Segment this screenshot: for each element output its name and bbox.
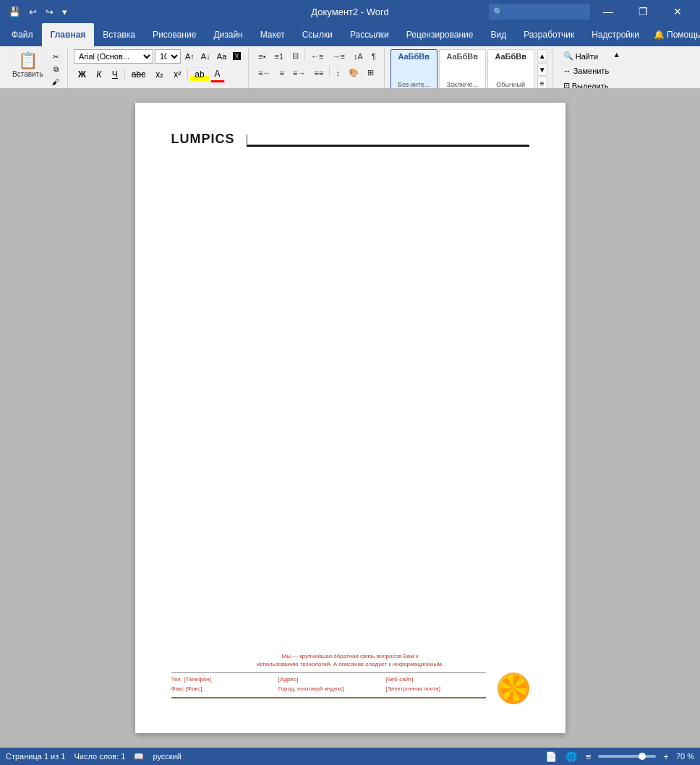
redo-button[interactable]: ↪: [43, 5, 56, 19]
clipboard-sub: ✂ ⧉ 🖌: [49, 50, 62, 87]
zoom-slider[interactable]: [598, 755, 656, 758]
collapse-ribbon-button[interactable]: ▲: [610, 49, 623, 60]
copy-button[interactable]: ⧉: [49, 64, 62, 75]
italic-button[interactable]: К: [92, 67, 106, 82]
view-web-button[interactable]: 🌐: [564, 751, 579, 762]
close-button[interactable]: ✕: [661, 0, 694, 23]
bullet-list-button[interactable]: ≡•: [255, 49, 269, 63]
find-icon: 🔍: [563, 51, 573, 61]
styles-scroll-down[interactable]: ▼: [537, 63, 547, 76]
footer-tagline: Мы — крупнейшая обратная связь вопросов …: [171, 652, 529, 668]
font-size-select[interactable]: 10: [155, 49, 181, 64]
footer-col-address: [Адрес] Город, почтовый индекс]: [278, 675, 378, 694]
align-center-button[interactable]: ≡: [276, 66, 288, 80]
style-label-0: Без инте...: [398, 81, 430, 88]
align-right-button[interactable]: ≡→: [289, 66, 309, 80]
format-separator-2: [187, 69, 188, 80]
format-separator: [124, 69, 125, 80]
align-left-button[interactable]: ≡←: [255, 66, 274, 80]
paste-button[interactable]: 📋 Вставить: [7, 49, 48, 80]
header-divider: [247, 145, 529, 147]
status-right: 📄 🌐 ≡ + 70 %: [544, 751, 694, 762]
page-info: Страница 1 из 1: [6, 752, 65, 761]
doc-header: LUMPICS: [171, 132, 529, 147]
multilevel-list-button[interactable]: ⊟: [289, 49, 302, 63]
text-highlight-button[interactable]: ab: [190, 67, 208, 82]
tab-view[interactable]: Вид: [482, 23, 515, 46]
decrease-indent-button[interactable]: ←≡: [307, 49, 327, 63]
tab-developer[interactable]: Разработчик: [515, 23, 583, 46]
orange-icon: [498, 672, 529, 704]
clear-format-button[interactable]: 🆇: [230, 51, 244, 62]
cut-button[interactable]: ✂: [49, 51, 62, 62]
ribbon-right-controls: 🔔 Помощь 👤 💬: [648, 28, 700, 42]
title-bar-left: 💾 ↩ ↪ ▾: [6, 5, 70, 19]
tab-insert[interactable]: Вставка: [94, 23, 144, 46]
show-formatting-button[interactable]: ¶: [368, 49, 380, 63]
view-outline-button[interactable]: ≡: [584, 751, 593, 762]
subscript-button[interactable]: x₂: [151, 67, 168, 82]
orange-inner: [500, 675, 526, 701]
styles-scroll-up[interactable]: ▲: [537, 49, 547, 62]
title-bar: 💾 ↩ ↪ ▾ Документ2 - Word 🔍 — ❐ ✕: [0, 0, 700, 23]
document-area[interactable]: LUMPICS Мы — крупнейшая обратная связь в…: [0, 88, 700, 748]
font-color-button[interactable]: А: [210, 67, 225, 82]
quick-access-toolbar: 💾 ↩ ↪ ▾: [6, 5, 70, 19]
footer-info: Тел. [Телефон] Факс [Факс] [Адрес] Город…: [171, 672, 486, 698]
zoom-thumb[interactable]: [639, 753, 646, 760]
tab-design[interactable]: Дизайн: [205, 23, 251, 46]
paste-icon: 📋: [18, 51, 38, 70]
tab-draw[interactable]: Рисование: [144, 23, 205, 46]
bold-button[interactable]: Ж: [74, 67, 90, 82]
format-painter-button[interactable]: 🖌: [49, 77, 62, 87]
replace-button[interactable]: ↔ Заменить: [558, 64, 614, 77]
quick-more-button[interactable]: ▾: [59, 5, 70, 19]
increase-indent-button[interactable]: →≡: [329, 49, 349, 63]
style-item-2[interactable]: АаБбВв Обычный: [487, 49, 534, 91]
help-button[interactable]: 🔔 Помощь: [648, 30, 700, 40]
help-icon: 🔔: [654, 30, 665, 40]
proofing-icon: 📖: [134, 752, 144, 761]
tab-references[interactable]: Ссылки: [294, 23, 341, 46]
minimize-button[interactable]: —: [592, 0, 625, 23]
tab-home[interactable]: Главная: [42, 23, 95, 46]
tab-layout[interactable]: Макет: [252, 23, 294, 46]
justify-button[interactable]: ≡≡: [311, 66, 328, 80]
language: русский: [153, 752, 181, 761]
save-button[interactable]: 💾: [6, 5, 23, 19]
style-item-0[interactable]: АаБбВв Без инте...: [390, 49, 438, 91]
undo-button[interactable]: ↩: [26, 5, 40, 19]
word-count: Число слов: 1: [74, 752, 125, 761]
tab-mailings[interactable]: Рассылки: [341, 23, 398, 46]
style-item-1[interactable]: АаБбВв Заключе...: [439, 49, 486, 91]
sort-button[interactable]: ↕A: [350, 49, 367, 63]
zoom-in-button[interactable]: +: [662, 751, 670, 762]
header-line-container: [247, 134, 529, 147]
line-spacing-button[interactable]: ↕: [332, 66, 343, 80]
font-name-select[interactable]: Arial (Основ...: [74, 49, 153, 64]
search-bar[interactable]: 🔍: [489, 4, 590, 20]
footer-col-web: [Веб-сайт] [Электронная почта]: [385, 675, 485, 694]
underline-button[interactable]: Ч: [108, 67, 122, 82]
decrease-font-button[interactable]: A↓: [198, 51, 213, 62]
footer-orange-logo: [486, 672, 529, 704]
change-case-button[interactable]: Аа: [214, 51, 230, 62]
superscript-button[interactable]: x²: [169, 67, 185, 82]
find-button[interactable]: 🔍 Найти: [558, 49, 603, 63]
tab-file[interactable]: Файл: [3, 23, 42, 46]
document-body[interactable]: [171, 150, 529, 620]
strikethrough-button[interactable]: abc: [127, 67, 150, 82]
document-page: LUMPICS Мы — крупнейшая обратная связь в…: [135, 103, 565, 733]
zoom-level: 70 %: [676, 752, 694, 761]
border-button[interactable]: ⊞: [364, 66, 377, 80]
tab-review[interactable]: Рецензирование: [398, 23, 482, 46]
font-format-row: Ж К Ч abc x₂ x² ab А: [74, 67, 225, 82]
numbered-list-button[interactable]: ≡1: [271, 49, 288, 63]
increase-font-button[interactable]: A↑: [182, 51, 197, 62]
font-name-row: Arial (Основ... 10 A↑ A↓ Аа 🆇: [74, 49, 244, 64]
restore-button[interactable]: ❐: [626, 0, 660, 23]
view-print-button[interactable]: 📄: [544, 751, 558, 762]
style-preview-2: АаБбВв: [495, 52, 526, 61]
shading-button[interactable]: 🎨: [345, 66, 362, 80]
tab-addins[interactable]: Надстройки: [583, 23, 648, 46]
